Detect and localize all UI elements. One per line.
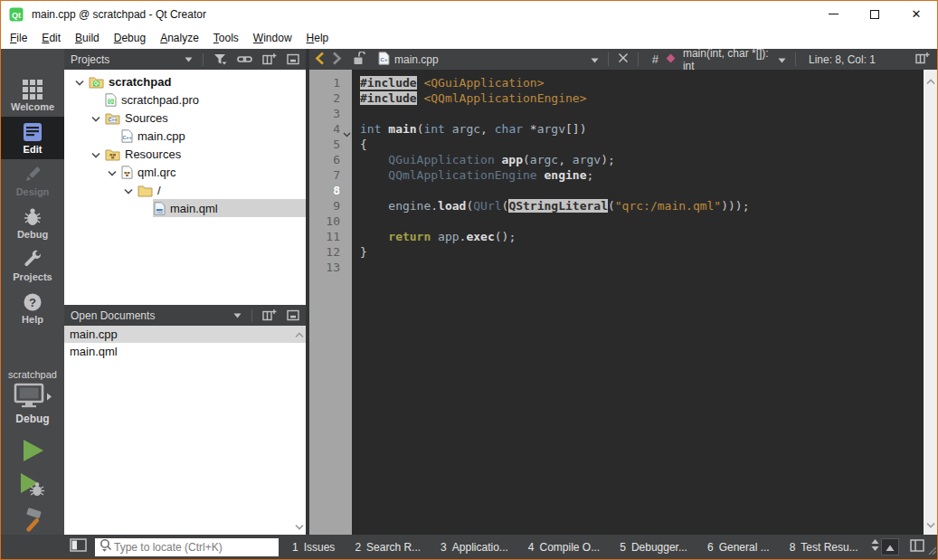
sort-updown-icon xyxy=(870,538,880,555)
output-pane-sort-button[interactable] xyxy=(870,538,880,555)
expander-icon[interactable] xyxy=(75,75,84,89)
minimize-button[interactable] xyxy=(812,1,854,27)
tree-item-label: main.qml xyxy=(170,202,218,215)
tree-item-main-qml[interactable]: qmlmain.qml xyxy=(64,199,306,217)
unlock-icon xyxy=(353,52,365,68)
pane-label: Applicatio... xyxy=(452,541,508,554)
menu-file[interactable]: File xyxy=(3,28,34,48)
output-pane-debugger[interactable]: 5Debugger... xyxy=(610,535,697,559)
expander-icon[interactable] xyxy=(108,166,117,179)
output-pane-applicatio[interactable]: 3Applicatio... xyxy=(431,535,518,559)
navigate-back-button[interactable] xyxy=(311,52,328,68)
tree-item-scratchpad-pro[interactable]: Qtscratchpad.pro xyxy=(64,90,306,109)
debug-run-button[interactable] xyxy=(19,471,47,503)
scroll-down-icon[interactable] xyxy=(926,516,935,532)
documents-scrollbar[interactable] xyxy=(292,326,306,535)
kit-selector[interactable]: scratchpad Debug xyxy=(1,369,64,425)
line-number-9: 9 xyxy=(309,198,352,214)
toggle-sidebar-button[interactable] xyxy=(70,538,87,555)
expander-icon[interactable] xyxy=(91,147,100,161)
minimize-icon xyxy=(829,14,839,14)
svg-text:C+: C+ xyxy=(381,57,388,62)
folder-plain-icon xyxy=(137,184,153,197)
project-tree: QtscratchpadQtscratchpad.proC++SourcesC+… xyxy=(64,70,306,305)
open-document-main-cpp[interactable]: main.cpp xyxy=(64,326,306,343)
tree-item-label: Sources xyxy=(125,111,168,125)
close-button[interactable]: ✕ xyxy=(895,1,937,27)
menu-debug[interactable]: Debug xyxy=(107,28,153,48)
folder-res-icon xyxy=(105,147,120,161)
mode-help[interactable]: ?Help xyxy=(1,287,64,329)
maximize-icon xyxy=(870,10,879,19)
menu-edit[interactable]: Edit xyxy=(34,28,68,48)
output-pane-issues[interactable]: 1Issues xyxy=(282,535,345,559)
tree-item-resources[interactable]: Resources xyxy=(64,145,306,163)
qtcreator-logo-icon: Qt xyxy=(9,7,24,22)
menu-tools[interactable]: Tools xyxy=(206,28,246,48)
tree-item-sources[interactable]: C++Sources xyxy=(64,109,306,127)
filter-icon[interactable] xyxy=(213,53,227,65)
mode-label: Edit xyxy=(24,144,43,155)
editor-scrollbar[interactable] xyxy=(924,70,937,535)
expander-icon[interactable] xyxy=(124,184,133,197)
document-dropdown[interactable]: C+ main.cpp xyxy=(374,52,442,68)
pane-label: Debugger... xyxy=(631,541,687,554)
sidebar-toggle-icon xyxy=(70,538,87,555)
show-right-sidebar-button[interactable] xyxy=(910,539,924,555)
navigate-forward-button[interactable] xyxy=(328,52,346,68)
pane-number: 6 xyxy=(707,541,714,554)
output-pane-search-r[interactable]: 2Search R... xyxy=(345,535,431,559)
window-title: main.cpp @ scratchpad - Qt Creator xyxy=(32,8,206,21)
kit-config-label: Debug xyxy=(15,413,49,425)
locator-input[interactable] xyxy=(114,541,275,554)
sync-with-editor-icon[interactable] xyxy=(237,54,252,64)
menu-help[interactable]: Help xyxy=(299,28,336,48)
panel-chevron-down-icon[interactable] xyxy=(233,313,242,318)
menu-window[interactable]: Window xyxy=(246,28,299,48)
close-panel-icon[interactable] xyxy=(287,309,299,321)
tree-item--[interactable]: / xyxy=(64,181,306,199)
output-pane-test-resu[interactable]: 8Test Resu... xyxy=(780,535,868,559)
tree-item-main-cpp[interactable]: C++main.cpp xyxy=(64,127,306,145)
close-document-button[interactable] xyxy=(614,52,632,66)
resize-grip[interactable] xyxy=(925,542,936,558)
line-number-8: 8 xyxy=(309,183,352,198)
scroll-up-icon[interactable] xyxy=(295,327,304,341)
panel-chevron-down-icon[interactable] xyxy=(185,57,193,62)
code-editor[interactable]: #include <QGuiApplication>#include <QQml… xyxy=(352,70,924,535)
tree-item-scratchpad[interactable]: Qtscratchpad xyxy=(64,72,306,90)
preprocessor-toggle[interactable]: # xyxy=(644,52,665,66)
open-document-main-qml[interactable]: main.qml xyxy=(64,343,306,360)
maximize-output-button[interactable] xyxy=(881,538,899,555)
mode-projects[interactable]: Projects xyxy=(1,244,64,287)
maximize-button[interactable] xyxy=(854,1,895,27)
forward-icon xyxy=(332,52,342,68)
separator xyxy=(203,53,204,66)
file-pro-icon: Qt xyxy=(105,93,117,107)
menu-analyze[interactable]: Analyze xyxy=(153,28,206,48)
close-panel-icon[interactable] xyxy=(287,53,299,65)
mode-label: Debug xyxy=(17,229,48,240)
mode-welcome[interactable]: Welcome xyxy=(1,74,64,117)
menu-build[interactable]: Build xyxy=(68,28,107,48)
line-number-gutter: 12345678910111213 xyxy=(309,70,352,535)
expander-icon[interactable] xyxy=(91,111,100,125)
output-pane-general[interactable]: 6General ... xyxy=(697,535,780,559)
scroll-up-icon[interactable] xyxy=(926,72,935,89)
tree-item-label: scratchpad.pro xyxy=(121,93,199,107)
symbol-dropdown-arrow[interactable] xyxy=(774,53,790,66)
build-button[interactable] xyxy=(19,508,46,538)
tree-item-qml-qrc[interactable]: qml.qrc xyxy=(64,163,306,181)
mode-edit[interactable]: Edit xyxy=(1,117,64,159)
output-pane-compile-o[interactable]: 4Compile O... xyxy=(518,535,610,559)
pane-label: Search R... xyxy=(366,541,421,554)
mode-design[interactable]: Design xyxy=(1,159,64,202)
run-button[interactable] xyxy=(21,438,45,467)
split-panel-icon[interactable] xyxy=(262,309,277,321)
mode-debug[interactable]: Debug xyxy=(1,202,64,244)
split-panel-icon[interactable] xyxy=(262,53,277,65)
document-dropdown-arrow[interactable] xyxy=(587,53,602,66)
split-editor-button[interactable] xyxy=(912,52,933,67)
file-lock-button[interactable] xyxy=(349,52,369,68)
scroll-down-icon[interactable] xyxy=(295,519,304,533)
